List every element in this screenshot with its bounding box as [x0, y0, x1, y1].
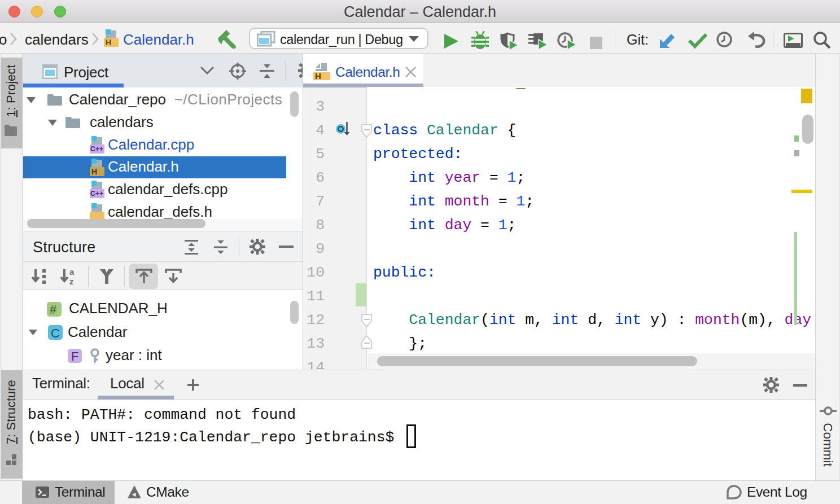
svg-text:C++: C++	[90, 145, 103, 153]
svg-text:H: H	[91, 167, 97, 176]
svg-text:z: z	[69, 277, 74, 285]
svg-text:H: H	[106, 38, 111, 47]
svg-text:a: a	[69, 268, 75, 277]
svg-text:C++: C++	[90, 190, 103, 198]
svg-text:H: H	[315, 71, 321, 80]
